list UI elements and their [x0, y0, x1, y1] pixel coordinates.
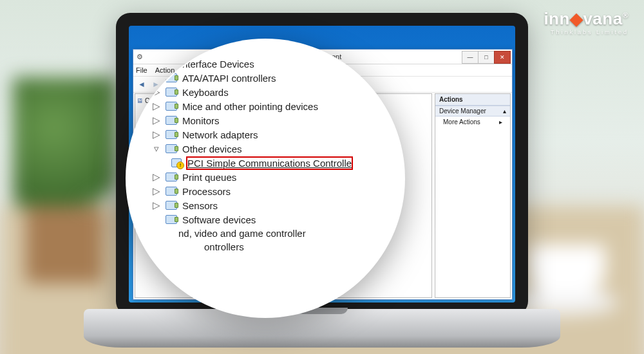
cat-mice[interactable]: ▷Mice and other pointing devices [153, 99, 391, 113]
cat-ata-atapi[interactable]: ▷ATA/ATAPI controllers [153, 71, 391, 85]
cat-print-queues[interactable]: ▷Print queues [153, 170, 391, 184]
device-list: ▷nterface Devices ▷ATA/ATAPI controllers… [153, 57, 391, 304]
actions-pane: Actions Device Manager▴ More Actions▸ [435, 93, 511, 298]
maximize-button[interactable]: □ [478, 51, 495, 64]
cat-software-devices[interactable]: Software devices [153, 212, 391, 227]
cat-sound-video-game[interactable]: nd, video and game controller [153, 227, 391, 240]
cat-sensors[interactable]: ▷Sensors [153, 198, 391, 212]
cat-controllers-partial[interactable]: ontrollers [153, 240, 391, 254]
actions-section[interactable]: Device Manager▴ [435, 106, 510, 116]
cat-monitors[interactable]: ▷Monitors [153, 113, 391, 127]
menu-file[interactable]: File [136, 66, 147, 74]
cat-network-adapters[interactable]: ▷Network adapters [153, 127, 391, 142]
cat-processors[interactable]: ▷Processors [153, 184, 391, 198]
laptop-base [84, 309, 560, 348]
actions-more[interactable]: More Actions▸ [435, 116, 510, 127]
app-icon: ⚙ [133, 53, 146, 61]
device-label-highlighted: PCI Simple Communications Controlle [187, 158, 352, 169]
actions-header: Actions [435, 94, 510, 106]
cat-other-devices[interactable]: ▿Other devices [153, 142, 391, 156]
close-button[interactable]: ✕ [494, 51, 511, 64]
back-icon[interactable]: ◄ [136, 79, 147, 90]
device-pci-simple-comm[interactable]: PCI Simple Communications Controlle [153, 156, 391, 170]
warning-icon [171, 158, 182, 167]
minimize-button[interactable]: — [462, 51, 478, 64]
menu-action[interactable]: Action [155, 66, 175, 74]
magnifier-lens: ▷nterface Devices ▷ATA/ATAPI controllers… [126, 39, 405, 318]
cat-keyboards[interactable]: ▷Keyboards [153, 85, 391, 99]
